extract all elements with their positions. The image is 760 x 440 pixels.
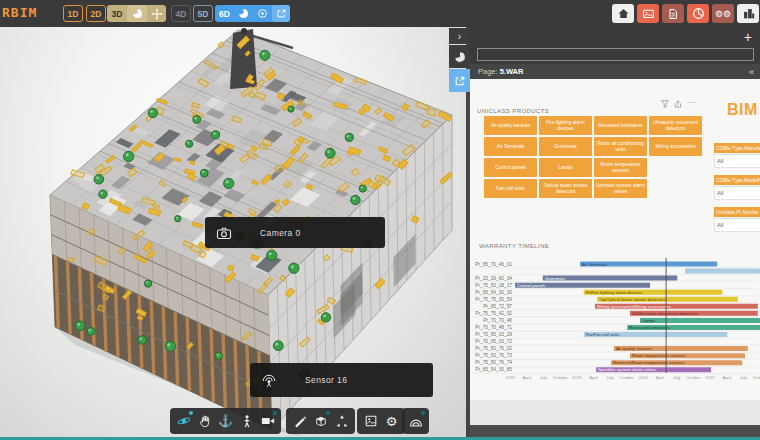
sensor-marker[interactable] [260,50,270,60]
uniclass-product-button[interactable]: Fan coil units [484,179,537,198]
filter-value-dropdown[interactable]: All [714,154,760,168]
uniclass-product-button[interactable]: Room air conditioning units [594,137,647,156]
6d-record-toggle[interactable] [253,5,272,22]
sensor-marker[interactable] [351,195,360,204]
settings-button[interactable]: ⚙⚙ [712,4,734,23]
orbit-tool-button[interactable] [173,409,194,433]
add-page-button[interactable]: + [744,29,752,45]
uniclass-product-button[interactable]: Ultrasonic movement detectors [649,116,702,135]
bim-3d-viewport[interactable]: Camera 0 Sensor 16 ⚓ [0,27,466,437]
sensor-marker[interactable] [148,108,157,117]
uniclass-product-button[interactable]: Sprinkler system alarm valves [594,179,647,198]
saved-views-button[interactable] [360,409,381,433]
mode-button-4d[interactable]: 4D [171,5,191,22]
panel-url-input[interactable] [477,48,754,61]
camera-icon [216,225,232,241]
sensor-marker[interactable] [124,151,134,161]
sensor-marker[interactable] [200,169,208,177]
report-toolbar: ⋯ [661,100,695,108]
uniclass-product-button[interactable]: Air quality sensors [484,116,537,135]
sensor-marker[interactable] [267,250,277,260]
explode-tool-button[interactable] [331,409,352,433]
sensor-marker[interactable] [273,341,283,351]
gantt-bar[interactable] [685,269,760,274]
gantt-bar-label: Grommets [545,276,566,281]
mode-button-2d[interactable]: 2D [86,5,106,22]
gallery-button[interactable] [637,4,659,23]
filter-icon[interactable] [661,100,669,108]
6d-chart-toggle[interactable] [234,5,253,22]
report-button[interactable] [687,4,709,23]
device-marker[interactable] [277,93,284,99]
mode-button-6d[interactable]: 6D [215,5,234,22]
viewer-settings-button[interactable]: ⚙ [381,409,402,433]
page-name: 5.WAR [500,67,524,76]
measure-tool-button[interactable] [289,409,310,433]
home-button[interactable] [612,4,634,23]
dot-circle-icon [257,8,268,19]
export-icon[interactable] [674,100,682,108]
uniclass-product-button[interactable]: Fire fighting alarm devices [539,116,592,135]
more-options-icon[interactable]: ⋯ [687,100,695,108]
sensor-marker[interactable] [224,178,234,188]
sensor-marker[interactable] [99,190,107,198]
gantt-row-label: Pr_65_72_97 [483,304,512,309]
panel-collapse-button[interactable]: › [449,28,470,44]
uniclass-product-button[interactable]: Air Terminals [484,137,537,156]
sensor-marker[interactable] [215,352,222,359]
6d-open-external[interactable] [272,5,290,22]
walk-tool-button[interactable] [236,409,257,433]
gantt-bar[interactable] [640,318,760,323]
sensor-marker[interactable] [345,133,353,141]
uniclass-product-button[interactable]: Grommets [539,137,592,156]
buildings-button[interactable] [737,4,759,23]
sensor-marker[interactable] [288,106,294,112]
anchor-tool-button[interactable]: ⚓ [215,409,236,433]
uniclass-product-button[interactable]: Recessed luminaires [594,116,647,135]
3d-chart-toggle[interactable] [127,5,147,22]
sensor-marker[interactable] [138,336,146,344]
sensor-marker[interactable] [325,148,335,158]
sensor-marker[interactable] [289,263,299,273]
camera-tool-button[interactable] [257,409,278,433]
mode-button-5d[interactable]: 5D [193,5,213,22]
uniclass-product-button[interactable]: Control panels [484,158,537,177]
mode-button-3d[interactable]: 3D [107,5,127,22]
sensor-marker[interactable] [75,321,84,330]
sensor-marker[interactable] [87,327,95,335]
pan-tool-button[interactable] [194,409,215,433]
sensor-marker[interactable] [186,140,193,147]
uniclass-product-button[interactable]: Room temperature sensors [594,158,647,177]
dome-view-button[interactable] [405,409,426,433]
document-button[interactable] [662,4,684,23]
mode-group-6d: 6D [215,5,290,22]
sensor-marker[interactable] [359,185,366,192]
filter-value-dropdown[interactable]: All [714,186,760,200]
panel-footer [470,425,760,437]
sensor-marker[interactable] [193,115,201,123]
collapse-panel-button[interactable]: « [749,67,754,77]
sensor-marker[interactable] [321,313,330,322]
saved-views-icon [364,414,378,428]
sensor-marker[interactable] [165,341,175,351]
gantt-bar-label: FanFan coil units [586,332,620,337]
building-icon [742,7,755,20]
filter-value-dropdown[interactable]: All [714,218,760,232]
3d-move-toggle[interactable] [147,5,166,22]
sensor-marker[interactable] [144,280,151,287]
sensor-marker[interactable] [175,216,181,222]
gantt-bar-label: UltUltrasonic movement detectors [632,311,699,316]
sensor-marker[interactable] [212,131,220,139]
markup-tool-group [286,408,355,434]
gantt-bar-label: Control panels [517,283,546,288]
section-tool-button[interactable] [310,409,331,433]
sensor-marker[interactable] [94,174,104,184]
device-marker[interactable] [190,161,195,165]
mode-button-1d[interactable]: 1D [63,5,83,22]
panel-external-tab[interactable] [449,69,470,92]
gantt-axis-tick: April [522,375,530,380]
panel-chart-tab[interactable] [449,45,470,68]
uniclass-product-button[interactable]: Optical beam smoke detectors [539,179,592,198]
uniclass-product-button[interactable]: Wiring accessories [649,137,702,156]
uniclass-product-button[interactable]: Lamps [539,158,592,177]
